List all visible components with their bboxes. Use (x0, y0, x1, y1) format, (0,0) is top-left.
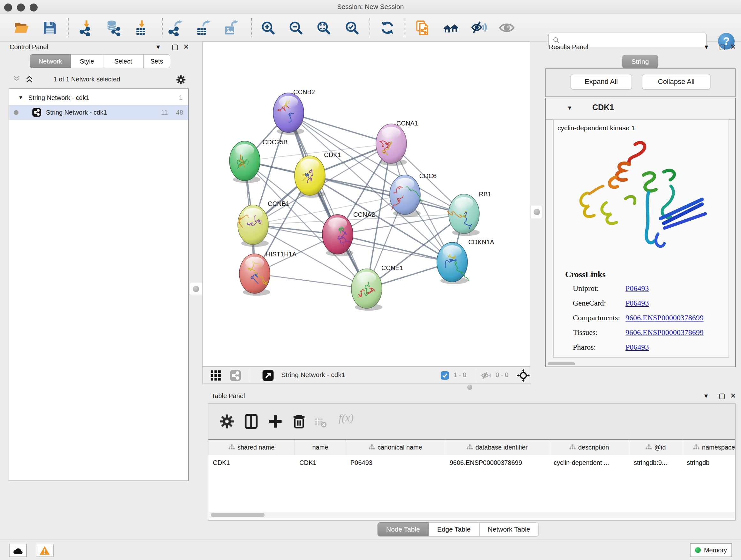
show-hidden-icon[interactable] (498, 19, 516, 37)
network-node-CDC25B[interactable] (229, 141, 260, 183)
export-table-icon[interactable] (195, 19, 212, 37)
column-header-description[interactable]: description (549, 440, 629, 455)
tab-network[interactable]: Network (30, 54, 71, 68)
fit-selection-crosshair-icon[interactable] (517, 369, 530, 382)
panel-close-icon[interactable]: ✕ (730, 392, 736, 400)
show-columns-icon[interactable] (243, 413, 259, 430)
panel-menu-icon[interactable]: ▾ (704, 43, 708, 51)
network-node-CDC6[interactable] (390, 175, 423, 217)
network-node-CCNA1[interactable] (376, 124, 407, 166)
zoom-fit-icon[interactable] (315, 19, 333, 37)
network-row[interactable]: String Network - cdk1 11 48 (9, 105, 188, 120)
right-splitter-handle[interactable] (531, 206, 543, 218)
table-cell[interactable]: CDK1 (208, 455, 295, 470)
column-header-canonical-name[interactable]: canonical name (346, 440, 445, 455)
crosslink-value-link[interactable]: 9606.ENSP00000378699 (625, 314, 704, 322)
panel-close-icon[interactable]: ✕ (183, 43, 189, 51)
tab-select[interactable]: Select (103, 54, 143, 68)
gear-icon[interactable] (176, 74, 186, 85)
zoom-out-icon[interactable] (287, 19, 305, 37)
table-cell[interactable]: P06493 (346, 455, 445, 470)
table-cell[interactable]: stringdb:9... (629, 455, 682, 470)
export-image-icon[interactable] (222, 19, 240, 37)
apply-preferred-layout-icon[interactable] (379, 19, 396, 37)
network-edge[interactable] (288, 113, 367, 289)
zoom-in-icon[interactable] (259, 19, 277, 37)
right-splitter[interactable] (530, 42, 543, 384)
tab-style[interactable]: Style (71, 54, 103, 68)
network-collection-row[interactable]: ▼ String Network - cdk1 1 (9, 90, 188, 105)
panel-close-icon[interactable]: ✕ (730, 43, 736, 51)
network-canvas[interactable]: CCNB2CCNA1CDC25BCDK1CDC6RB1CCNB1CCNA2CDK… (202, 42, 530, 367)
table-cell[interactable]: 9606.ENSP00000378699 (445, 455, 549, 470)
network-edge[interactable] (255, 273, 367, 289)
collection-expander-icon[interactable]: ▼ (18, 95, 23, 101)
import-table-icon[interactable] (133, 19, 151, 37)
table-cell[interactable]: CDK1 (295, 455, 346, 470)
crosslink-value-link[interactable]: P06493 (625, 343, 649, 352)
tab-edge-table[interactable]: Edge Table (428, 522, 479, 537)
tab-node-table[interactable]: Node Table (378, 522, 428, 537)
tab-network-table[interactable]: Network Table (479, 522, 539, 537)
gene-card-header[interactable]: ▼ CDK1 (546, 98, 735, 120)
hide-selected-icon[interactable] (470, 19, 488, 37)
left-splitter[interactable] (190, 42, 202, 384)
tab-string[interactable]: String (622, 55, 658, 68)
tab-sets[interactable]: Sets (143, 54, 170, 68)
gene-expander-icon[interactable]: ▼ (567, 105, 572, 111)
panel-float-icon[interactable]: ▢ (719, 392, 725, 400)
network-share-icon[interactable] (229, 369, 242, 381)
copy-network-icon[interactable] (414, 19, 431, 37)
network-node-CDKN1A[interactable] (437, 242, 469, 284)
selected-checkbox-icon[interactable] (440, 371, 450, 380)
left-splitter-handle[interactable] (190, 283, 202, 295)
import-network-icon[interactable] (77, 19, 95, 37)
network-node-CCNE1[interactable] (351, 269, 382, 311)
open-session-icon[interactable] (13, 19, 30, 37)
birds-eye-grid-icon[interactable] (210, 369, 222, 381)
network-node-CCNB1[interactable] (238, 205, 269, 247)
expand-all-button[interactable]: Expand All (570, 74, 632, 89)
collapse-all-button[interactable]: Collapse All (642, 74, 711, 89)
panel-float-icon[interactable]: ▢ (172, 43, 179, 51)
column-header-namespace[interactable]: namespace (682, 440, 735, 455)
table-hscrollbar[interactable] (209, 512, 735, 518)
function-builder-icon: f(x) (339, 412, 354, 424)
panel-menu-icon[interactable]: ▾ (704, 392, 708, 400)
add-column-icon[interactable] (267, 413, 284, 430)
warnings-button[interactable] (36, 544, 54, 557)
network-node-RB1[interactable] (448, 194, 480, 236)
zoom-selected-icon[interactable] (343, 19, 361, 37)
table-hscroll-thumb[interactable] (211, 513, 265, 517)
export-network-icon[interactable] (166, 19, 185, 37)
panel-menu-icon[interactable]: ▾ (156, 43, 160, 51)
crosslink-value-link[interactable]: 9606.ENSP00000378699 (625, 328, 704, 337)
column-header--id[interactable]: @id (629, 440, 682, 455)
horizontal-splitter[interactable] (202, 384, 737, 390)
cloud-button[interactable] (9, 544, 27, 557)
column-header-shared-name[interactable]: shared name (208, 440, 295, 455)
network-edge[interactable] (338, 234, 452, 262)
table-cell[interactable]: stringdb (682, 455, 735, 470)
crosslink-value-link[interactable]: P06493 (625, 299, 649, 307)
column-header-database-identifier[interactable]: database identifier (445, 440, 549, 455)
save-session-icon[interactable] (41, 19, 59, 37)
results-hscroll-thumb[interactable] (548, 362, 575, 365)
column-header-name[interactable]: name (295, 440, 346, 455)
string-home-icon[interactable] (442, 19, 460, 37)
network-node-HIST1H1A[interactable] (239, 254, 270, 296)
import-network-from-database-icon[interactable] (104, 19, 122, 37)
panel-float-icon[interactable]: ▢ (719, 43, 726, 51)
network-graph[interactable]: CCNB2CCNA1CDC25BCDK1CDC6RB1CCNB1CCNA2CDK… (203, 42, 530, 366)
delete-column-icon[interactable] (291, 413, 307, 430)
crosslink-value-link[interactable]: P06493 (625, 284, 649, 293)
network-edge[interactable] (288, 113, 391, 144)
network-node-CCNA2[interactable] (322, 214, 353, 256)
table-cell[interactable]: cyclin-dependent ... (549, 455, 629, 470)
open-in-window-icon[interactable] (262, 369, 274, 381)
network-node-CCNB2[interactable] (273, 93, 304, 135)
memory-button[interactable]: Memory (690, 543, 732, 557)
table-gear-icon[interactable] (219, 413, 235, 430)
network-edge[interactable] (310, 176, 464, 214)
table-row[interactable]: CDK1CDK1P064939606.ENSP00000378699cyclin… (208, 455, 735, 470)
